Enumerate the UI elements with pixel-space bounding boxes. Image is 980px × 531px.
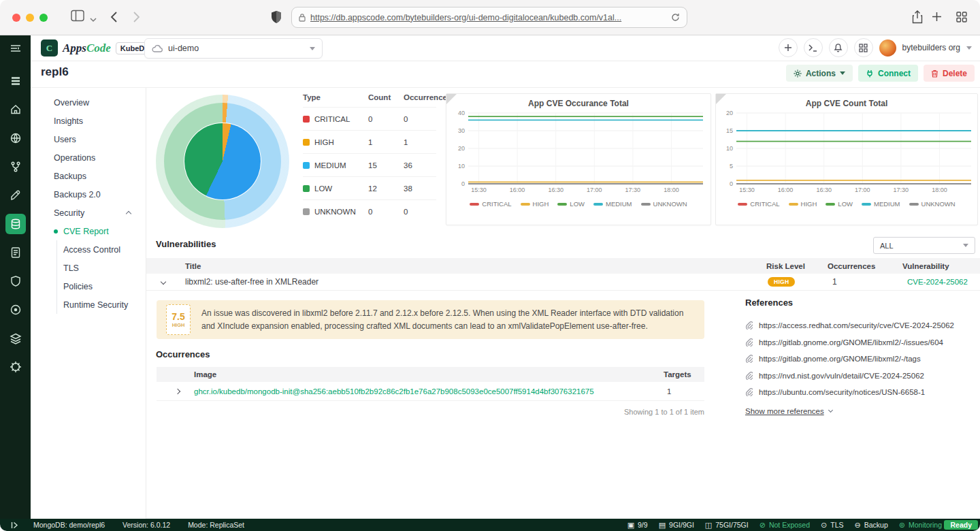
branch-icon[interactable] xyxy=(5,157,26,177)
reference-url[interactable]: https://ubuntu.com/security/notices/USN-… xyxy=(759,388,925,396)
legend-swatch xyxy=(641,203,651,206)
col-image: Image xyxy=(194,370,216,379)
main-content: Type Count Occurrence CRITICAL00HIGH11ME… xyxy=(146,88,980,519)
minimize-window-button[interactable] xyxy=(26,14,34,22)
sidebar-item-insights[interactable]: Insights xyxy=(31,112,146,130)
menu-label: Insights xyxy=(54,116,83,126)
forward-icon[interactable] xyxy=(133,12,140,25)
sidebar-item-operations[interactable]: Operations xyxy=(31,148,146,167)
sidebar-item-cve-report[interactable]: CVE Report xyxy=(31,222,146,240)
share-icon[interactable] xyxy=(912,10,923,27)
helm-icon[interactable] xyxy=(5,357,26,377)
close-window-button[interactable] xyxy=(12,14,20,22)
legend-item-medium[interactable]: MEDIUM xyxy=(862,200,900,208)
svg-text:16:30: 16:30 xyxy=(816,187,832,193)
brand[interactable]: C AppsCode KubeDB xyxy=(41,39,154,57)
severity-occurrence: 0 xyxy=(404,115,436,123)
tab-overview-icon[interactable] xyxy=(956,12,967,25)
reference-link[interactable]: https://gitlab.gnome.org/GNOME/libxml2/-… xyxy=(745,351,980,368)
sidebar-toggle-icon[interactable] xyxy=(71,10,84,25)
layers-icon[interactable] xyxy=(5,328,26,349)
legend-item-high[interactable]: HIGH xyxy=(789,200,817,208)
status-bar: MongoDB: demo/repl6Version: 6.0.12Mode: … xyxy=(0,519,980,531)
url-bar[interactable]: https://db.appscode.com/bytebuilders-org… xyxy=(291,7,687,28)
legend-item-high[interactable]: HIGH xyxy=(521,200,549,208)
menu-label: TLS xyxy=(63,263,79,273)
sidebar-item-security[interactable]: Security xyxy=(31,204,146,222)
reference-url[interactable]: https://gitlab.gnome.org/GNOME/libxml2/-… xyxy=(759,355,921,363)
svg-text:16:00: 16:00 xyxy=(510,187,525,193)
sidebar-item-access-control[interactable]: Access Control xyxy=(31,240,146,259)
line-chart-count: 0510152015:3016:0016:3017:0017:3018:00 xyxy=(716,108,977,199)
avatar[interactable] xyxy=(879,39,896,57)
org-name[interactable]: bytebuilders org xyxy=(902,43,960,52)
legend-item-critical[interactable]: CRITICAL xyxy=(470,200,511,208)
reference-link[interactable]: https://ubuntu.com/security/notices/USN-… xyxy=(745,384,980,401)
cve-description: An issue was discovered in libxml2 befor… xyxy=(201,307,695,332)
actions-button[interactable]: Actions xyxy=(786,65,853,82)
image-link[interactable]: ghcr.io/kubedb/mongodb-init@sha256:aebb5… xyxy=(194,387,594,396)
zoom-window-button[interactable] xyxy=(39,14,48,22)
sidebar-item-runtime-security[interactable]: Runtime Security xyxy=(31,295,146,314)
reference-url[interactable]: https://gitlab.gnome.org/GNOME/libxml2/-… xyxy=(759,338,943,347)
cve-link[interactable]: CVE-2024-25062 xyxy=(907,278,968,286)
sidebar-item-policies[interactable]: Policies xyxy=(31,277,146,295)
new-tab-icon[interactable] xyxy=(932,12,942,25)
reload-icon[interactable] xyxy=(671,13,680,22)
active-dot xyxy=(54,229,58,234)
reference-url[interactable]: https://access.redhat.com/security/cve/C… xyxy=(759,321,954,329)
target-icon[interactable] xyxy=(5,300,26,320)
sidebar-item-backups[interactable]: Backups xyxy=(31,167,146,185)
shield-icon[interactable] xyxy=(271,10,282,27)
sidebar-collapse-button[interactable] xyxy=(0,35,31,61)
home-icon[interactable] xyxy=(5,99,26,120)
severity-row-high: HIGH11 xyxy=(303,130,436,153)
connect-button[interactable]: Connect xyxy=(858,65,918,82)
expand-panel-icon[interactable] xyxy=(11,521,18,529)
legend-label: UNKNOWN xyxy=(921,200,956,208)
apps-grid-button[interactable] xyxy=(854,38,873,57)
severity-filter-select[interactable]: ALL xyxy=(873,237,975,254)
severity-row-low: LOW1238 xyxy=(303,176,436,199)
legend-item-unknown[interactable]: UNKNOWN xyxy=(641,200,687,208)
references-panel: References https://access.redhat.com/sec… xyxy=(745,297,980,415)
legend-item-unknown[interactable]: UNKNOWN xyxy=(909,200,956,208)
delete-button[interactable]: Delete xyxy=(924,65,975,82)
shield-icon[interactable] xyxy=(5,271,26,291)
terminal-button[interactable] xyxy=(804,38,823,57)
svg-text:17:30: 17:30 xyxy=(894,187,909,193)
reference-link[interactable]: https://access.redhat.com/security/cve/C… xyxy=(745,317,980,334)
create-button[interactable] xyxy=(779,38,798,57)
show-more-references-link[interactable]: Show more references xyxy=(745,407,980,415)
panel-info-corner-icon[interactable] xyxy=(446,94,457,104)
namespace-select[interactable]: ui-demo xyxy=(144,38,323,59)
stack-icon[interactable] xyxy=(5,71,26,91)
reference-link[interactable]: https://gitlab.gnome.org/GNOME/libxml2/-… xyxy=(745,334,980,351)
storage-icon: ◫ xyxy=(705,521,712,530)
occurrences-heading: Occurrences xyxy=(156,349,210,359)
cluster-icon[interactable] xyxy=(5,128,26,148)
legend-item-critical[interactable]: CRITICAL xyxy=(738,200,779,208)
sidebar-item-backups-2-0[interactable]: Backups 2.0 xyxy=(31,185,146,204)
report-icon[interactable] xyxy=(5,242,26,263)
chevron-down-icon[interactable] xyxy=(161,279,166,285)
severity-row-unknown: UNKNOWN00 xyxy=(303,199,436,223)
severity-swatch xyxy=(303,162,310,169)
rocket-icon[interactable] xyxy=(5,185,26,206)
occurrence-row[interactable]: ghcr.io/kubedb/mongodb-init@sha256:aebb5… xyxy=(157,382,704,401)
legend-item-low[interactable]: LOW xyxy=(557,200,585,208)
notifications-button[interactable] xyxy=(829,38,848,57)
database-icon[interactable] xyxy=(5,214,26,234)
reference-link[interactable]: https://nvd.nist.gov/vuln/detail/CVE-202… xyxy=(745,368,980,385)
reference-url[interactable]: https://nvd.nist.gov/vuln/detail/CVE-202… xyxy=(759,372,924,380)
legend-item-medium[interactable]: MEDIUM xyxy=(593,200,632,208)
sidebar-item-tls[interactable]: TLS xyxy=(31,259,146,277)
sidebar-item-users[interactable]: Users xyxy=(31,130,146,148)
sidebar-item-overview[interactable]: Overview xyxy=(31,93,146,112)
panel-info-corner-icon[interactable] xyxy=(716,94,726,104)
chevron-right-icon[interactable] xyxy=(175,388,180,393)
back-icon[interactable] xyxy=(110,12,117,25)
legend-item-low[interactable]: LOW xyxy=(826,200,853,208)
vulnerability-row[interactable]: libxml2: use-after-free in XMLReader HIG… xyxy=(146,274,980,291)
chevron-down-icon[interactable] xyxy=(90,13,97,25)
